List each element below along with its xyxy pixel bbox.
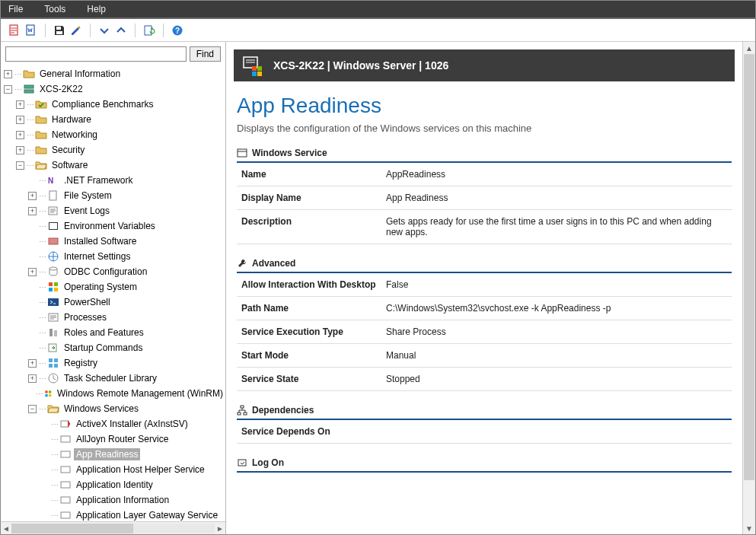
left-pane: Find +⋯ General Information −⋯ XCS-2K22 …: [1, 42, 226, 534]
tree-hscroll[interactable]: ◄►: [1, 521, 225, 534]
tree-item[interactable]: Compliance Benchmarks: [49, 98, 155, 110]
save-icon[interactable]: [53, 24, 65, 37]
tree-item[interactable]: Windows Services: [62, 403, 141, 415]
tree-item[interactable]: AllJoyn Router Service: [74, 433, 171, 445]
tree-item[interactable]: Application Layer Gateway Service: [74, 509, 220, 521]
expand-toggle[interactable]: +: [4, 70, 12, 78]
logon-icon: [237, 457, 247, 468]
chevron-up-icon[interactable]: [115, 24, 127, 37]
kv-value: False: [386, 279, 727, 290]
tree-item[interactable]: Roles and Features: [62, 326, 146, 339]
export-word-icon[interactable]: [25, 24, 37, 37]
tree-item[interactable]: .NET Framework: [62, 174, 135, 186]
svg-rect-28: [49, 364, 53, 368]
folder-icon: [35, 144, 47, 156]
service-icon: [59, 418, 72, 430]
server-badge-icon: [241, 54, 264, 77]
svg-rect-31: [46, 390, 48, 393]
chevron-down-icon[interactable]: [98, 24, 110, 37]
export-pdf-icon[interactable]: [8, 24, 21, 37]
process-icon: [47, 311, 59, 323]
expand-toggle[interactable]: +: [16, 116, 24, 124]
find-button[interactable]: Find: [190, 46, 221, 62]
expand-toggle[interactable]: +: [28, 268, 37, 276]
tree-view[interactable]: +⋯ General Information −⋯ XCS-2K22 +⋯Com…: [1, 65, 225, 521]
edit-icon[interactable]: [70, 24, 82, 37]
tree-item[interactable]: Application Identity: [74, 479, 155, 491]
folder-icon: [35, 129, 47, 141]
tree-item[interactable]: ODBC Configuration: [62, 266, 149, 278]
menu-help[interactable]: Help: [87, 4, 106, 14]
tree-item[interactable]: Environment Variables: [62, 220, 158, 232]
expand-toggle[interactable]: +: [28, 359, 37, 368]
svg-rect-14: [49, 238, 58, 244]
tree-item[interactable]: Software: [49, 159, 90, 171]
kv-value: [386, 426, 727, 437]
kv-value: C:\Windows\System32\svchost.exe -k AppRe…: [386, 303, 727, 314]
menu-bar: File Tools Help: [1, 1, 755, 18]
refresh-page-icon[interactable]: [143, 24, 155, 37]
svg-rect-2: [56, 27, 61, 30]
menu-tools[interactable]: Tools: [44, 4, 65, 14]
expand-toggle[interactable]: +: [28, 207, 37, 215]
svg-rect-3: [56, 31, 62, 34]
svg-rect-37: [61, 451, 70, 457]
svg-rect-4: [145, 26, 152, 35]
svg-rect-33: [46, 394, 48, 396]
svg-text:?: ?: [175, 27, 180, 35]
service-icon: [59, 448, 72, 460]
tree-item[interactable]: Application Information: [74, 494, 171, 506]
menu-file[interactable]: File: [8, 4, 23, 14]
tree-item[interactable]: Windows Remote Management (WinRM): [55, 387, 225, 400]
env-icon: [47, 220, 59, 232]
tree-item[interactable]: PowerShell: [62, 296, 113, 308]
svg-rect-40: [61, 497, 70, 503]
detail-vscroll[interactable]: ▲ ▼: [742, 42, 755, 534]
tree-item[interactable]: ActiveX Installer (AxInstSV): [74, 418, 190, 430]
tree-item[interactable]: File System: [62, 189, 114, 202]
kv-key: Path Name: [241, 303, 386, 314]
kv-value: AppReadiness: [386, 169, 727, 180]
svg-rect-13: [49, 223, 57, 229]
expand-toggle[interactable]: +: [28, 374, 37, 383]
tree-item[interactable]: Startup Commands: [62, 342, 145, 354]
kv-key: Display Name: [241, 193, 386, 203]
log-icon: [47, 205, 59, 217]
kv-value: App Readiness: [386, 193, 727, 203]
expand-toggle[interactable]: +: [16, 131, 24, 139]
expand-toggle[interactable]: −: [16, 161, 24, 170]
search-input[interactable]: [5, 46, 187, 62]
svg-text:N: N: [48, 177, 53, 185]
tree-item[interactable]: Networking: [49, 129, 100, 141]
tree-item[interactable]: Installed Software: [62, 235, 139, 247]
help-icon[interactable]: ?: [171, 24, 183, 37]
kv-key: Description: [241, 216, 386, 237]
detail-pane: XCS-2K22 | Windows Server | 1026 App Rea…: [226, 42, 742, 534]
expand-toggle[interactable]: −: [4, 85, 12, 94]
detail-header: XCS-2K22 | Windows Server | 1026: [234, 49, 735, 81]
tree-item[interactable]: Registry: [62, 357, 100, 369]
tree-item[interactable]: Task Scheduler Library: [62, 372, 159, 384]
tree-item[interactable]: Hardware: [49, 113, 94, 126]
expand-toggle[interactable]: −: [28, 405, 37, 413]
tree-item[interactable]: Security: [49, 144, 87, 156]
tree-item-general[interactable]: General Information: [37, 68, 123, 80]
net-icon: N: [47, 174, 59, 186]
kv-key: Service Depends On: [241, 426, 386, 437]
expand-toggle[interactable]: +: [16, 146, 24, 154]
svg-rect-35: [61, 421, 69, 427]
tree-item-host[interactable]: XCS-2K22: [37, 83, 85, 95]
tree-item[interactable]: Application Host Helper Service: [74, 463, 207, 476]
svg-rect-18: [54, 282, 58, 286]
tree-item[interactable]: Processes: [62, 311, 109, 323]
kv-key: Service State: [241, 374, 386, 384]
tree-item[interactable]: Operating System: [62, 281, 139, 293]
tree-item[interactable]: Event Logs: [62, 205, 112, 217]
odbc-icon: [47, 266, 59, 278]
tree-item[interactable]: Internet Settings: [62, 250, 132, 263]
winrm-icon: [44, 387, 53, 400]
expand-toggle[interactable]: +: [28, 192, 37, 200]
expand-toggle[interactable]: +: [16, 100, 24, 109]
section-logon: Log On: [237, 457, 732, 473]
tree-item-selected[interactable]: App Readiness: [74, 448, 140, 460]
